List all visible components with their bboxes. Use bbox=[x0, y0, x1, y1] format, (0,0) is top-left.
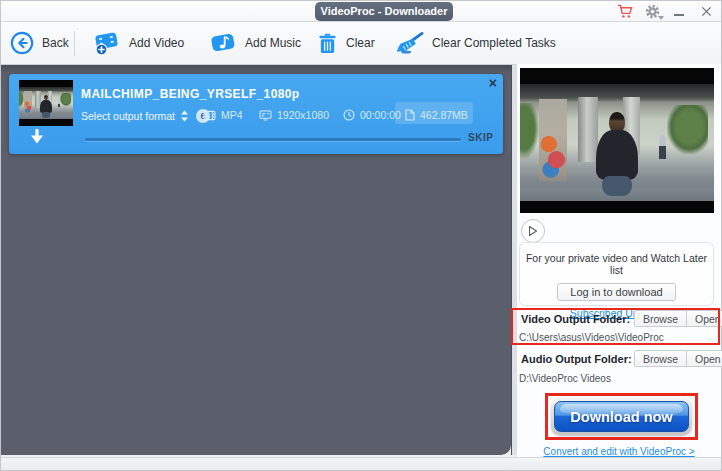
format-info: MP4 bbox=[203, 108, 243, 122]
add-music-icon bbox=[209, 30, 237, 56]
login-button[interactable]: Log in to download bbox=[557, 283, 675, 301]
clear-completed-tasks-button[interactable]: Clear Completed Tasks bbox=[395, 22, 556, 64]
download-now-label: Download now bbox=[570, 409, 672, 425]
download-task-card: × MAILCHIMP_BEING_YRSELF_1080p Select ou… bbox=[9, 74, 503, 154]
convert-edit-link[interactable]: Convert and edit with VideoProc > bbox=[517, 446, 721, 457]
clear-label: Clear bbox=[346, 36, 375, 50]
format-label: Select output format bbox=[81, 110, 175, 122]
broom-icon bbox=[395, 31, 424, 56]
trash-icon bbox=[317, 32, 338, 55]
video-output-label: Video Output Folder: bbox=[521, 313, 630, 325]
back-icon bbox=[10, 31, 34, 55]
audio-open-button[interactable]: Open bbox=[686, 350, 722, 367]
add-video-button[interactable]: Add Video bbox=[93, 22, 184, 64]
video-open-button[interactable]: Open bbox=[686, 310, 722, 327]
minimize-button[interactable] bbox=[670, 3, 688, 21]
gear-dropdown-caret bbox=[658, 16, 664, 20]
minimize-icon bbox=[674, 14, 684, 16]
remove-task-icon[interactable]: × bbox=[489, 75, 497, 91]
film-icon bbox=[203, 110, 216, 121]
resolution-info: 1920x1080 bbox=[259, 108, 329, 122]
close-icon bbox=[701, 6, 712, 17]
titlebar-controls bbox=[616, 1, 715, 22]
download-progress-bar bbox=[85, 138, 461, 141]
audio-output-path: D:\VideoProc Videos bbox=[519, 373, 611, 384]
output-format-selector[interactable]: Select output format 6 bbox=[81, 108, 210, 124]
video-preview bbox=[520, 68, 714, 213]
audio-output-buttons: Browse Open bbox=[634, 350, 722, 367]
titlebar: VideoProc - Downloader bbox=[1, 1, 721, 22]
video-title: MAILCHIMP_BEING_YRSELF_1080p bbox=[81, 87, 300, 101]
add-music-button[interactable]: Add Music bbox=[209, 22, 301, 64]
login-section: For your private video and Watch Later l… bbox=[519, 242, 714, 306]
gear-icon[interactable] bbox=[643, 3, 661, 21]
add-video-icon bbox=[93, 30, 121, 56]
back-label: Back bbox=[42, 36, 69, 50]
back-button[interactable]: Back bbox=[10, 22, 69, 64]
close-button[interactable] bbox=[697, 3, 715, 21]
cart-icon[interactable] bbox=[616, 3, 634, 21]
thumbnail-image bbox=[19, 87, 73, 119]
add-music-label: Add Music bbox=[245, 36, 301, 50]
video-output-buttons: Browse Open bbox=[634, 310, 722, 327]
app-window: VideoProc - Downloader bbox=[0, 0, 722, 471]
toolbar: Back Add Video bbox=[1, 22, 721, 65]
login-message: For your private video and Watch Later l… bbox=[520, 252, 713, 276]
audio-output-label: Audio Output Folder: bbox=[521, 353, 632, 365]
window-bottom-edge bbox=[1, 457, 721, 470]
window-title: VideoProc - Downloader bbox=[315, 2, 453, 21]
duration-info: 00:00:00 bbox=[343, 108, 401, 122]
add-video-label: Add Video bbox=[129, 36, 184, 50]
audio-browse-button[interactable]: Browse bbox=[634, 350, 687, 367]
video-output-path: C:\Users\asus\Videos\VideoProc bbox=[519, 332, 664, 343]
video-thumbnail[interactable] bbox=[19, 80, 73, 126]
sort-arrows-icon bbox=[180, 110, 189, 122]
start-download-icon[interactable] bbox=[29, 128, 45, 149]
toolbar-separator bbox=[74, 31, 75, 56]
right-panel: For your private video and Watch Later l… bbox=[517, 64, 721, 460]
clock-icon bbox=[343, 109, 355, 121]
video-browse-button[interactable]: Browse bbox=[634, 310, 687, 327]
size-info: 462.87MB bbox=[405, 108, 468, 122]
resolution-icon bbox=[259, 110, 272, 121]
play-button[interactable] bbox=[521, 219, 545, 243]
clear-button[interactable]: Clear bbox=[317, 22, 375, 64]
download-now-button[interactable]: Download now bbox=[551, 398, 692, 435]
file-icon bbox=[405, 109, 415, 121]
skip-button[interactable]: SKIP bbox=[468, 132, 493, 143]
task-list-area: × MAILCHIMP_BEING_YRSELF_1080p Select ou… bbox=[1, 65, 511, 455]
preview-image bbox=[520, 84, 714, 201]
clear-completed-tasks-label: Clear Completed Tasks bbox=[432, 36, 556, 50]
play-icon bbox=[529, 226, 537, 236]
